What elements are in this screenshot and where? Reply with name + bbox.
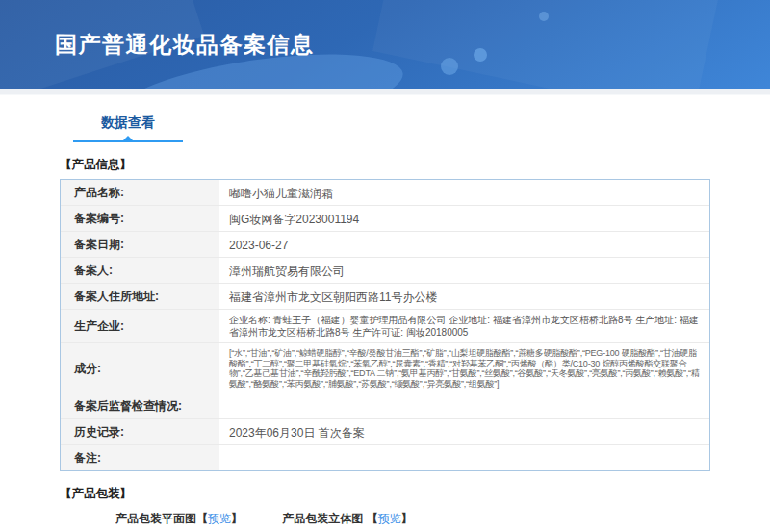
header-divider-strip	[0, 89, 770, 95]
packaging-3d-label: 产品包装立体图	[282, 512, 366, 525]
row-label: 历史记录:	[61, 419, 219, 444]
table-row-registration-date: 备案日期: 2023-06-27	[61, 232, 709, 258]
row-value: 嘟噜小猫儿童滋润霜	[219, 180, 709, 205]
bracket: 】	[231, 512, 243, 525]
bracket: 【	[367, 512, 378, 525]
row-label: 备注:	[61, 445, 219, 470]
packaging-3d-preview-link[interactable]: 预览	[378, 512, 401, 525]
row-label: 产品名称:	[61, 180, 219, 205]
row-value: 2023-06-27	[219, 232, 709, 257]
tab-bar: 数据查看	[60, 95, 710, 142]
row-value: 2023年06月30日 首次备案	[219, 419, 709, 444]
row-label: 生产企业:	[61, 310, 219, 342]
row-label: 备案编号:	[61, 206, 219, 231]
table-row-remarks: 备注:	[61, 445, 709, 470]
main-content: 数据查看 【产品信息】 产品名称: 嘟噜小猫儿童滋润霜 备案编号: 闽G妆网备字…	[60, 95, 710, 532]
row-value: [“水”,“甘油”,“矿油”,“鲸蜡硬脂醇”,“辛酸/癸酸甘油三酯”,“矿脂”,…	[219, 343, 709, 393]
packaging-item-3d: 产品包装立体图 【预览】	[282, 511, 412, 527]
table-row-manufacturer: 生产企业: 企业名称: 青蛙王子（福建）婴童护理用品有限公司 企业地址: 福建省…	[61, 310, 709, 343]
row-value: 漳州瑞航贸易有限公司	[219, 258, 709, 283]
row-label: 备案人住所地址:	[61, 284, 219, 309]
page-header-banner: 国产普通化妆品备案信息	[0, 0, 770, 89]
bracket: 【	[196, 512, 208, 525]
section-title-product-info: 【产品信息】	[60, 157, 710, 173]
packaging-flat-preview-link[interactable]: 预览	[208, 512, 231, 525]
table-row-ingredients: 成分: [“水”,“甘油”,“矿油”,“鲸蜡硬脂醇”,“辛酸/癸酸甘油三酯”,“…	[61, 343, 709, 393]
row-value	[219, 445, 709, 470]
row-label: 备案人:	[61, 258, 219, 283]
section-title-packaging: 【产品包装】	[60, 486, 710, 502]
bracket: 】	[401, 512, 413, 525]
table-row-registrant-address: 备案人住所地址: 福建省漳州市龙文区朝阳西路11号办公楼	[61, 284, 709, 310]
tab-data-view-label: 数据查看	[101, 114, 155, 130]
table-row-product-name: 产品名称: 嘟噜小猫儿童滋润霜	[61, 180, 709, 206]
page-title: 国产普通化妆品备案信息	[0, 0, 770, 60]
banner-decor-dot	[441, 58, 458, 75]
row-label: 备案日期:	[61, 232, 219, 257]
packaging-items: 产品包装平面图【预览】 产品包装立体图 【预览】	[116, 511, 710, 527]
row-value	[219, 393, 709, 418]
tab-data-view[interactable]: 数据查看	[73, 114, 183, 142]
row-value: 企业名称: 青蛙王子（福建）婴童护理用品有限公司 企业地址: 福建省漳州市龙文区…	[219, 310, 709, 342]
table-row-history: 历史记录: 2023年06月30日 首次备案	[61, 419, 709, 445]
row-label: 成分:	[61, 343, 219, 393]
packaging-item-flat: 产品包装平面图【预览】	[116, 511, 243, 527]
row-value: 闽G妆网备字2023001194	[219, 206, 709, 231]
section-packaging: 【产品包装】 产品包装平面图【预览】 产品包装立体图 【预览】	[60, 486, 710, 527]
packaging-flat-label: 产品包装平面图	[116, 512, 196, 525]
row-label: 备案后监督检查情况:	[61, 393, 219, 418]
table-row-registrant: 备案人: 漳州瑞航贸易有限公司	[61, 258, 709, 284]
table-row-supervision-check: 备案后监督检查情况:	[61, 393, 709, 419]
tab-active-indicator-triangle	[123, 136, 133, 140]
product-info-table: 产品名称: 嘟噜小猫儿童滋润霜 备案编号: 闽G妆网备字2023001194 备…	[60, 179, 710, 471]
row-value: 福建省漳州市龙文区朝阳西路11号办公楼	[219, 284, 709, 309]
table-row-registration-number: 备案编号: 闽G妆网备字2023001194	[61, 206, 709, 232]
